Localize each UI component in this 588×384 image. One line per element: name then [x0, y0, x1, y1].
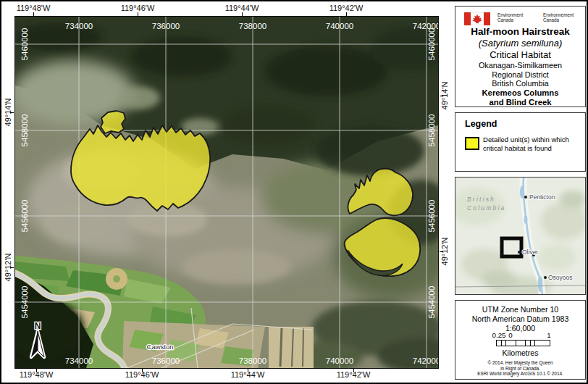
region-line: British Columbia: [455, 79, 585, 88]
utm-zone-text: UTM Zone Number 10: [455, 305, 585, 314]
map-title-line3: Critical Habitat: [455, 49, 585, 61]
scale-bar: [497, 340, 550, 346]
graticule-tick: [36, 369, 37, 372]
species-name: (Satyrium semiluna): [455, 38, 585, 49]
place-label-cawston: Cawston: [147, 343, 174, 351]
canada-flag-icon: [464, 12, 490, 25]
svg-text:British: British: [467, 196, 495, 203]
utm-easting-label: 738000: [239, 22, 266, 30]
inset-locator-map: British Columbia Penticton Oliver Osoyoo…: [455, 177, 586, 295]
datum-text: North American Datum 1983: [455, 314, 585, 323]
lon-label-top: 119°42'W: [329, 4, 364, 12]
graticule-tick: [353, 369, 354, 372]
lon-label-top: 119°48'W: [17, 4, 51, 12]
utm-easting-label: 742000: [413, 356, 438, 365]
north-arrow-label: N: [35, 321, 41, 331]
graticule-tick: [440, 96, 443, 96]
utm-northing-label: 5460000: [427, 28, 436, 61]
critical-habitat-swatch: [465, 137, 479, 150]
utm-easting-label: 736000: [152, 356, 180, 365]
utm-northing-label: 5456000: [427, 200, 436, 233]
utm-easting-label: 736000: [152, 22, 180, 30]
map-sheet: 119°48'W 119°46'W 119°44'W 119°42'W 119°…: [0, 0, 588, 384]
graticule-tick: [248, 369, 248, 372]
utm-easting-label: 738000: [239, 356, 266, 365]
habitat-unit-keremeos: [71, 125, 210, 211]
utm-easting-label: 734000: [65, 356, 93, 365]
scale-unit-label: Kilometres: [455, 348, 585, 357]
utm-northing-label: 5458000: [427, 114, 436, 147]
site-name-line: and Blind Creek: [455, 98, 585, 108]
logo-wordmark-en: Environment Canada: [497, 12, 523, 22]
utm-northing-label: 5458000: [20, 114, 29, 147]
utm-northing-label: 5454000: [20, 286, 29, 319]
legend-item-label: Detailed unit(s) within which critical h…: [483, 135, 569, 153]
scale-tick-label: 0.25: [492, 331, 505, 339]
scale-tick-label: 0: [508, 331, 512, 339]
graticule-tick: [10, 267, 14, 268]
svg-text:Columbia: Columbia: [467, 204, 506, 212]
copyright-text: © 2014. Her Majesty the Queen in Right o…: [455, 360, 585, 377]
city-label-penticton: Penticton: [529, 193, 555, 201]
region-line: Regional District: [455, 70, 585, 80]
lon-label-top: 119°46'W: [121, 4, 155, 12]
site-name-line: Keremeos Columns: [455, 88, 585, 99]
lon-label-top: 119°44'W: [225, 4, 259, 12]
city-label-osoyoos: Osoyoos: [548, 274, 573, 281]
satellite-imagery: 734000 736000 738000 740000 742000 73400…: [15, 17, 438, 368]
utm-northing-label: 5460000: [20, 28, 29, 61]
utm-northing-label: 5454000: [427, 286, 436, 319]
legend-panel: Legend Detailed unit(s) within which cri…: [455, 112, 586, 172]
scale-ratio: 1:60,000: [455, 324, 585, 333]
utm-easting-label: 740000: [326, 356, 353, 365]
graticule-tick: [142, 369, 143, 372]
graticule-tick: [10, 112, 14, 113]
map-canvas: 734000 736000 738000 740000 742000 73400…: [14, 16, 439, 369]
utm-easting-label: 734000: [65, 22, 93, 30]
graticule-tick: [440, 251, 443, 252]
utm-northing-label: 5456000: [20, 200, 29, 233]
region-line: Okanagan-Similkameen: [455, 61, 585, 70]
city-label-oliver: Oliver: [522, 249, 538, 256]
map-info-panel: UTM Zone Number 10 North American Datum …: [455, 300, 586, 380]
legend-heading: Legend: [465, 119, 497, 129]
map-title: Half-moon Hairstreak: [455, 26, 585, 38]
logo-wordmark-fr: Environnement Canada: [543, 12, 574, 22]
scale-tick-label: 1: [547, 331, 550, 339]
utm-easting-label: 740000: [326, 22, 353, 30]
title-panel: Environment Canada Environnement Canada …: [455, 6, 586, 107]
